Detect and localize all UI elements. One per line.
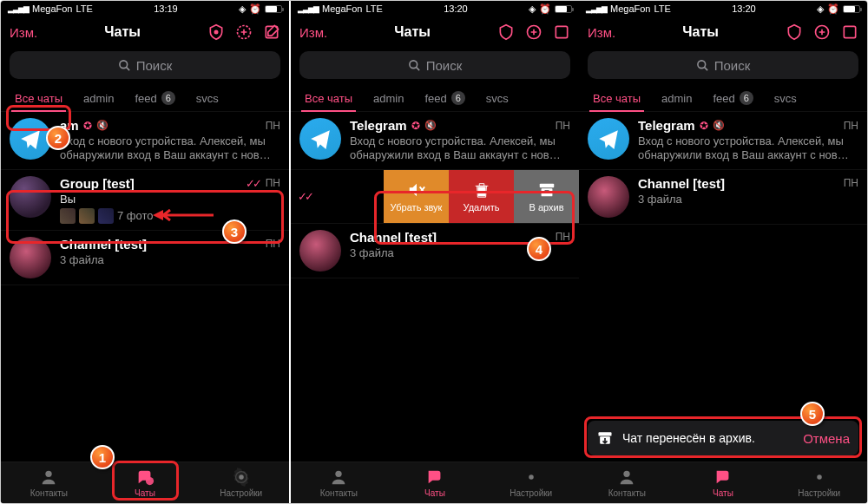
- chat-row-channel[interactable]: Channel [test] ПН 3 файла: [1, 231, 289, 285]
- svg-point-14: [336, 471, 342, 477]
- chat-preview: Вход с нового устройства. Алексей, мы об…: [60, 134, 280, 163]
- swipe-archive-button[interactable]: В архив: [514, 170, 579, 223]
- folder-all[interactable]: Все чаты: [4, 86, 73, 111]
- compose-icon[interactable]: [841, 23, 858, 41]
- new-group-icon[interactable]: [525, 23, 542, 41]
- tab-settings[interactable]: Настройки: [771, 462, 867, 503]
- chat-time: ПН: [266, 238, 280, 250]
- verified-icon: ✪: [83, 120, 92, 132]
- folder-feed[interactable]: feed6: [702, 86, 763, 111]
- avatar: [10, 118, 51, 160]
- edit-button[interactable]: Изм.: [299, 25, 327, 40]
- chat-row-channel[interactable]: Channel [test] ПН 3 файла: [579, 170, 867, 225]
- compose-icon[interactable]: [263, 23, 280, 41]
- chat-row-telegram[interactable]: Telegram ✪🔇 ПН Вход с нового устройства.…: [291, 112, 579, 170]
- chat-preview: 7 фото: [117, 209, 154, 222]
- chat-row-group[interactable]: Group [test] ✓✓ ПН Вы 7 фото: [1, 170, 289, 231]
- tab-chats[interactable]: Чаты: [97, 462, 194, 503]
- svg-rect-17: [844, 26, 855, 37]
- clock: 13:20: [732, 3, 756, 14]
- proxy-icon[interactable]: [497, 23, 515, 41]
- folder-all[interactable]: Все чаты: [294, 86, 363, 111]
- tab-contacts[interactable]: Контакты: [291, 462, 387, 503]
- compose-icon[interactable]: [553, 23, 570, 41]
- chat-sender: Вы: [60, 193, 280, 206]
- folder-svcs[interactable]: svcs: [764, 86, 807, 111]
- tab-chats[interactable]: Чаты: [387, 462, 483, 503]
- search-placeholder: Поиск: [136, 58, 173, 73]
- svg-point-4: [46, 471, 52, 477]
- tab-chats[interactable]: Чаты: [675, 462, 772, 503]
- tab-label: Чаты: [135, 488, 155, 498]
- folder-svcs[interactable]: svcs: [186, 86, 229, 111]
- svg-point-21: [624, 471, 630, 477]
- swipe-delete-button[interactable]: Удалить: [449, 170, 514, 223]
- search-input[interactable]: Поиск: [10, 51, 280, 79]
- clock: 13:20: [444, 3, 468, 14]
- page-title: Чаты: [44, 24, 201, 40]
- svg-rect-8: [556, 26, 567, 37]
- svg-point-15: [529, 475, 534, 480]
- folder-all[interactable]: Все чаты: [582, 86, 651, 111]
- folder-svcs[interactable]: svcs: [476, 86, 519, 111]
- thumbnail: [79, 208, 95, 224]
- clock: 13:19: [154, 3, 178, 14]
- svg-rect-19: [599, 432, 612, 435]
- svg-point-5: [146, 477, 154, 485]
- toast-cancel-button[interactable]: Отмена: [803, 431, 850, 446]
- proxy-icon[interactable]: [786, 23, 803, 41]
- edit-button[interactable]: Изм.: [10, 25, 37, 40]
- edit-button[interactable]: Изм.: [588, 25, 615, 40]
- toast-text: Чат перенесён в архив.: [622, 431, 755, 445]
- search-input[interactable]: Поиск: [299, 51, 570, 79]
- chat-row-channel[interactable]: Channel [test] ПН 3 файла: [291, 224, 579, 278]
- tab-contacts[interactable]: Контакты: [1, 462, 97, 503]
- chat-row-telegram[interactable]: Telegram ✪🔇 ПН Вход с нового устройства.…: [579, 112, 867, 170]
- archive-toast: Чат перенесён в архив. Отмена: [588, 421, 858, 455]
- thumbnail: [60, 208, 76, 224]
- folder-admin[interactable]: admin: [651, 86, 702, 111]
- location-icon: ◈: [239, 3, 246, 15]
- read-check-icon: ✓✓: [246, 177, 260, 190]
- svg-rect-10: [477, 187, 485, 196]
- svg-rect-12: [541, 188, 552, 196]
- thumbnail: [98, 208, 114, 224]
- folder-badge: 6: [161, 91, 175, 105]
- alarm-icon: ⏰: [249, 3, 261, 15]
- muted-icon: 🔇: [96, 120, 108, 131]
- chat-name: Group [test]: [60, 176, 135, 191]
- svg-rect-11: [539, 183, 554, 187]
- carrier-label: MegaFon: [32, 3, 72, 14]
- svg-point-22: [817, 475, 822, 480]
- folder-feed[interactable]: feed6: [124, 86, 185, 111]
- folder-feed[interactable]: feed6: [414, 86, 475, 111]
- folder-tabs: Все чаты admin feed6 svcs: [1, 86, 289, 112]
- tab-label: Контакты: [30, 488, 68, 498]
- svg-point-18: [698, 60, 706, 68]
- read-check-icon: ✓✓: [298, 190, 312, 203]
- svg-rect-13: [544, 190, 549, 192]
- tab-contacts[interactable]: Контакты: [579, 462, 675, 503]
- chat-time: ПН: [266, 120, 280, 132]
- page-title: Чаты: [334, 24, 490, 40]
- search-input[interactable]: Поиск: [588, 51, 858, 79]
- proxy-icon[interactable]: [207, 23, 225, 41]
- battery-icon: [265, 5, 282, 13]
- tab-settings[interactable]: Настройки: [193, 462, 289, 503]
- new-group-icon[interactable]: [813, 23, 831, 41]
- svg-point-9: [410, 60, 418, 68]
- chat-name: Channel [test]: [60, 237, 147, 252]
- swipe-mute-button[interactable]: Убрать звук: [384, 170, 449, 223]
- chat-row-group-swiped[interactable]: ✓✓ Убрать звук Удалить В архив: [291, 170, 579, 224]
- status-bar: ▂▃▅▆MegaFonLTE 13:20 ◈⏰: [291, 1, 579, 16]
- tab-settings[interactable]: Настройки: [483, 462, 579, 503]
- folder-admin[interactable]: admin: [73, 86, 124, 111]
- svg-point-0: [214, 30, 217, 33]
- chat-time: ПН: [266, 177, 280, 189]
- folder-admin[interactable]: admin: [363, 86, 414, 111]
- status-bar: ▂▃▅▆MegaFonLTE 13:20 ◈⏰: [579, 1, 867, 16]
- chat-row-telegram[interactable]: am ✪ 🔇 ПН Вход с нового устройства. Алек…: [1, 112, 289, 170]
- tab-label: Настройки: [220, 488, 262, 498]
- svg-point-3: [120, 60, 128, 68]
- new-group-icon[interactable]: [235, 23, 253, 41]
